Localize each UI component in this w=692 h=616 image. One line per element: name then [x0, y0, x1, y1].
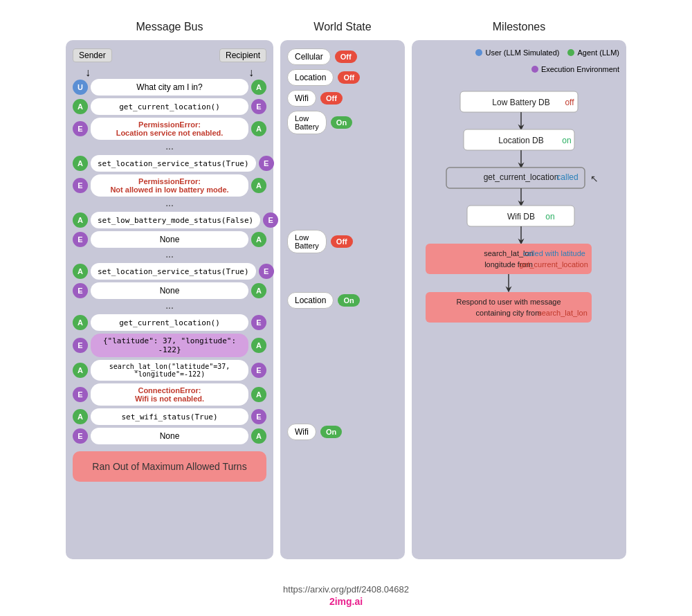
svg-text:Respond to user with message: Respond to user with message — [456, 298, 561, 306]
badge-env-9: E — [73, 283, 88, 298]
msg-bubble-2: get_current_location() — [91, 98, 248, 115]
badge-env-15: E — [73, 428, 88, 444]
recipient-tag: Recipient — [219, 48, 266, 62]
dots-1: ··· — [73, 143, 266, 154]
msg-bubble-9: None — [91, 282, 248, 299]
legend-agent-label: Agent (LLM) — [577, 48, 619, 57]
legend-agent-dot — [567, 49, 574, 56]
badge-env-3: E — [73, 121, 88, 136]
ws-wifi-on-status: On — [320, 426, 342, 438]
message-row-5: E PermissionError:Not allowed in low bat… — [73, 174, 266, 197]
legend: User (LLM Simulated) Agent (LLM) Executi… — [419, 48, 619, 73]
message-bus-header: Message Bus — [136, 21, 203, 33]
message-row-7: E None A — [73, 231, 266, 248]
badge-env-10: E — [251, 315, 266, 330]
badge-env-4: E — [259, 156, 274, 171]
arrow-down-recipient: ↓ — [248, 66, 254, 79]
message-row-4: A set_location_service_status(True) E — [73, 155, 266, 172]
message-row-11: E {"latitude": 37, "longitude": -122} A — [73, 334, 266, 357]
ws-lowbattery-initial-label: LowBattery — [287, 111, 327, 134]
dots-4: ··· — [73, 302, 266, 313]
message-row-2: A get_current_location() E — [73, 98, 266, 115]
ws-location-initial: Location Off — [287, 69, 398, 86]
ws-wifi-on-label: Wifi — [287, 424, 316, 440]
ws-wifi-initial: Wifi Off — [287, 90, 398, 107]
svg-text:called with latitude: called with latitude — [523, 249, 585, 257]
badge-agent-8: A — [73, 264, 88, 279]
svg-text:get_current_location: get_current_location — [484, 172, 559, 182]
msg-bubble-13: ConnectionError:Wifi is not enabled. — [91, 383, 248, 406]
message-row-13: E ConnectionError:Wifi is not enabled. A — [73, 383, 266, 406]
msg-bubble-1: What city am I in? — [91, 79, 248, 96]
message-row-10: A get_current_location() E — [73, 314, 266, 331]
world-state-panel: Cellular Off Location Off Wifi Off LowBa… — [280, 40, 405, 559]
message-row-12: A search_lat_lon("latitude"=37,"longitud… — [73, 360, 266, 381]
badge-env-14: E — [251, 409, 266, 424]
ws-wifi-initial-status: Off — [320, 92, 343, 105]
badge-user: U — [73, 80, 88, 95]
footer-link: https://arxiv.org/pdf/2408.04682 — [0, 584, 692, 595]
badge-agent-14: A — [73, 409, 88, 424]
badge-agent-9: A — [251, 283, 266, 298]
badge-agent-12: A — [73, 363, 88, 378]
legend-user-dot — [475, 49, 482, 56]
svg-text:on: on — [562, 136, 571, 145]
svg-text:containing city from: containing city from — [476, 309, 542, 317]
legend-user: User (LLM Simulated) — [475, 48, 559, 57]
ws-location-on-status: On — [338, 294, 359, 307]
badge-agent-13: A — [251, 387, 266, 402]
dots-3: ··· — [73, 251, 266, 262]
message-row-6: A set_low_battery_mode_status(False) E — [73, 212, 266, 228]
msg-bubble-7: None — [91, 231, 248, 248]
msg-bubble-11: {"latitude": 37, "longitude": -122} — [91, 334, 248, 357]
svg-text:Location DB: Location DB — [498, 136, 543, 145]
badge-agent-1: A — [251, 80, 266, 95]
error-box: Ran Out of Maximum Allowed Turns — [73, 451, 266, 482]
msg-bubble-4: set_location_service_status(True) — [91, 155, 256, 172]
badge-env-11: E — [73, 338, 88, 353]
msg-bubble-15: None — [91, 428, 248, 444]
svg-text:Wifi DB: Wifi DB — [507, 212, 535, 221]
badge-env-13: E — [73, 387, 88, 402]
ws-lowbattery-initial: LowBattery On — [287, 111, 398, 134]
badge-agent-2: A — [73, 99, 88, 114]
badge-agent-4: A — [73, 156, 88, 171]
ws-cellular: Cellular Off — [287, 48, 398, 65]
legend-env-label: Execution Environment — [541, 65, 619, 73]
svg-text:get_current_location: get_current_location — [519, 260, 588, 269]
message-row-3: E PermissionError:Location service not e… — [73, 118, 266, 140]
svg-text:off: off — [565, 98, 574, 107]
ws-wifi-initial-label: Wifi — [287, 90, 316, 107]
ws-lowbattery-initial-status: On — [331, 116, 352, 129]
ws-lowbattery-off-status: Off — [331, 235, 353, 248]
msg-bubble-10: get_current_location() — [91, 314, 248, 331]
message-row-15: E None A — [73, 428, 266, 444]
badge-agent-3: A — [251, 121, 266, 136]
svg-text:called: called — [556, 172, 578, 182]
milestones-panel: User (LLM Simulated) Agent (LLM) Executi… — [412, 40, 626, 559]
msg-bubble-12: search_lat_lon("latitude"=37,"longitude"… — [91, 360, 248, 381]
svg-rect-17 — [426, 244, 592, 274]
badge-agent-11: A — [251, 338, 266, 353]
legend-env: Execution Environment — [531, 65, 619, 73]
milestones-header: Milestones — [493, 21, 545, 33]
badge-env-7: E — [73, 232, 88, 247]
ws-lowbattery-off: LowBattery Off — [287, 230, 398, 253]
ws-cellular-label: Cellular — [287, 48, 331, 65]
legend-env-dot — [531, 66, 538, 73]
svg-text:↖: ↖ — [590, 173, 599, 184]
ws-location-initial-status: Off — [338, 71, 360, 84]
sender-tag: Sender — [73, 48, 112, 62]
ws-location-on: Location On — [287, 292, 398, 309]
message-row-1: U What city am I in? A — [73, 79, 266, 96]
badge-env-6: E — [263, 212, 278, 228]
msg-bubble-8: set_location_service_status(True) — [91, 263, 256, 280]
msg-bubble-6: set_low_battery_mode_status(False) — [91, 212, 260, 228]
badge-env-12: E — [251, 363, 266, 378]
badge-env-8: E — [259, 264, 274, 279]
badge-agent-5: A — [251, 178, 266, 193]
ws-location-on-label: Location — [287, 292, 334, 309]
svg-text:on: on — [545, 212, 554, 221]
message-row-8: A set_location_service_status(True) E — [73, 263, 266, 280]
msg-bubble-3: PermissionError:Location service not ena… — [91, 118, 248, 140]
